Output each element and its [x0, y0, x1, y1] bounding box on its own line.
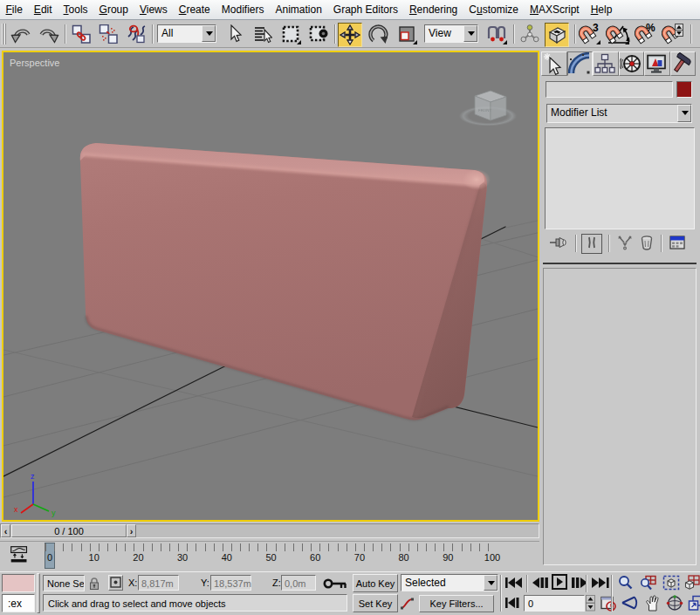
zoom-extents-all-button[interactable] [684, 575, 700, 591]
object-color [677, 82, 691, 97]
perspective-viewport[interactable]: FRONT z x y Perspective [2, 51, 539, 522]
tab-utilities[interactable] [670, 51, 697, 76]
selection-lock-icon[interactable] [88, 577, 100, 591]
snaps-toggle-button[interactable]: 3 [579, 23, 601, 45]
z-coord-field[interactable]: 0,0m [281, 575, 316, 591]
track-bar[interactable]: 0102030405060708090100 [0, 541, 539, 571]
time-slider-right-arrow[interactable]: › [127, 524, 136, 537]
set-key-button[interactable]: Set Key [353, 594, 398, 612]
select-and-manipulate-button[interactable] [518, 23, 541, 45]
absolute-mode-transform-toggle[interactable] [108, 575, 123, 591]
select-object-button[interactable] [223, 23, 246, 45]
menu-file[interactable]: File [0, 1, 28, 19]
window-crossing-button[interactable] [307, 23, 330, 45]
menu-tools[interactable]: Tools [58, 1, 93, 19]
pan-view-button[interactable] [644, 595, 662, 612]
tab-hierarchy[interactable] [593, 51, 619, 76]
make-unique-button[interactable] [615, 234, 635, 253]
menu-mnemonic: G [100, 3, 107, 16]
select-and-link-icon [72, 24, 91, 44]
previous-frame-button[interactable] [532, 577, 549, 589]
time-slider-track[interactable]: ‹ 0 / 100 › [0, 523, 539, 538]
select-and-uniform-scale-button[interactable] [395, 23, 418, 45]
modifier-stack-list[interactable] [545, 127, 695, 229]
play-animation-button[interactable] [552, 574, 567, 590]
ruler-ticks [40, 543, 492, 551]
maxscript-mini-listener-macro[interactable] [2, 574, 35, 592]
undo-button[interactable] [10, 23, 33, 45]
modifier-list-dropdown-button[interactable] [677, 105, 691, 122]
menu-create[interactable]: Create [173, 1, 216, 19]
set-keys-key-icon[interactable] [323, 577, 347, 590]
show-end-result-button[interactable] [581, 234, 602, 254]
go-to-end-button[interactable] [591, 577, 610, 589]
menu-views[interactable]: Views [134, 1, 173, 19]
x-coord-field[interactable]: 8,817m [138, 575, 179, 591]
menu-animation[interactable]: Animation [270, 1, 327, 19]
min-max-toggle-button[interactable] [688, 595, 700, 612]
arc-rotate-button[interactable] [666, 595, 683, 612]
tab-motion[interactable] [619, 51, 645, 76]
modify-icon [568, 52, 591, 75]
object-color-swatch[interactable] [676, 81, 692, 98]
key-mode-combo[interactable]: Selected [401, 574, 498, 591]
go-to-start-button[interactable] [504, 577, 524, 589]
toolbar-grip[interactable] [2, 24, 7, 44]
percent-snap-toggle-button[interactable]: % [635, 23, 657, 45]
default-in-out-tangents-icon[interactable] [400, 597, 415, 611]
viewport-canvas[interactable]: FRONT z x y Perspective [3, 52, 538, 520]
menu-customize[interactable]: Customize [463, 1, 525, 19]
spinner-snap-toggle-button[interactable] [662, 23, 684, 45]
key-mode-toggle-button[interactable] [504, 597, 520, 609]
toolbar-separator [574, 24, 576, 44]
listener-splitter[interactable] [37, 573, 40, 613]
tab-create[interactable] [541, 51, 567, 76]
time-slider-left-arrow[interactable]: ‹ [1, 524, 10, 537]
pin-stack-button[interactable] [548, 234, 569, 253]
zoom-button[interactable] [617, 575, 633, 591]
maxscript-mini-listener[interactable]: :ex [2, 594, 35, 612]
use-pivot-point-center-button[interactable] [485, 23, 508, 45]
select-and-move-button[interactable] [338, 23, 362, 47]
auto-key-button[interactable]: Auto Key [353, 574, 398, 592]
menu-group[interactable]: Group [93, 1, 134, 19]
key-mode-dropdown-button[interactable] [484, 575, 498, 591]
remove-modifier-button[interactable] [637, 234, 656, 253]
select-and-rotate-icon [368, 24, 389, 44]
zoom-extents-button[interactable] [662, 575, 680, 591]
time-slider-handle[interactable]: 0 / 100 [11, 524, 127, 537]
menu-modifiers[interactable]: Modifiers [216, 1, 270, 19]
menu-graph-editors[interactable]: Graph Editors [327, 1, 403, 19]
menu-maxscript[interactable]: MAXScript [525, 1, 586, 19]
menu-help[interactable]: Help [585, 1, 618, 19]
redo-button[interactable] [37, 23, 59, 45]
configure-modifier-sets-button[interactable] [668, 234, 687, 253]
tab-display[interactable] [644, 51, 670, 76]
reference-coordinate-system-combo[interactable]: View [424, 24, 478, 43]
menu-edit[interactable]: Edit [28, 1, 58, 19]
menu-rendering[interactable]: Rendering [403, 1, 463, 19]
select-and-rotate-button[interactable] [367, 23, 390, 45]
current-frame-field[interactable]: 0 [524, 595, 585, 612]
axis-y-label: y [51, 509, 56, 517]
y-coord-field[interactable]: 18,537m [210, 575, 251, 591]
object-name-field[interactable] [546, 81, 673, 98]
keyboard-shortcut-override-toggle-button[interactable] [545, 23, 569, 47]
time-configuration-button[interactable] [600, 596, 617, 612]
bind-to-space-warp-button[interactable] [125, 23, 148, 45]
zoom-all-button[interactable] [640, 575, 657, 591]
frame-spinner[interactable] [586, 595, 595, 612]
selection-filter-combo[interactable]: All [157, 24, 216, 43]
field-of-view-button[interactable] [621, 595, 640, 611]
select-and-link-button[interactable] [70, 23, 93, 45]
viewport-label[interactable]: Perspective [10, 58, 59, 68]
angle-snap-toggle-button[interactable] [606, 23, 630, 45]
rectangular-selection-region-button[interactable] [279, 23, 302, 45]
unlink-selection-button[interactable] [97, 23, 120, 45]
selection-filter-dropdown-button[interactable] [202, 25, 216, 42]
key-filters-button[interactable]: Key Filters... [419, 595, 494, 612]
reference-coordinate-system-dropdown-button[interactable] [463, 25, 477, 42]
modifier-list-combo[interactable]: Modifier List [546, 104, 692, 123]
select-by-name-button[interactable] [251, 23, 274, 45]
tab-modify[interactable] [567, 51, 594, 76]
